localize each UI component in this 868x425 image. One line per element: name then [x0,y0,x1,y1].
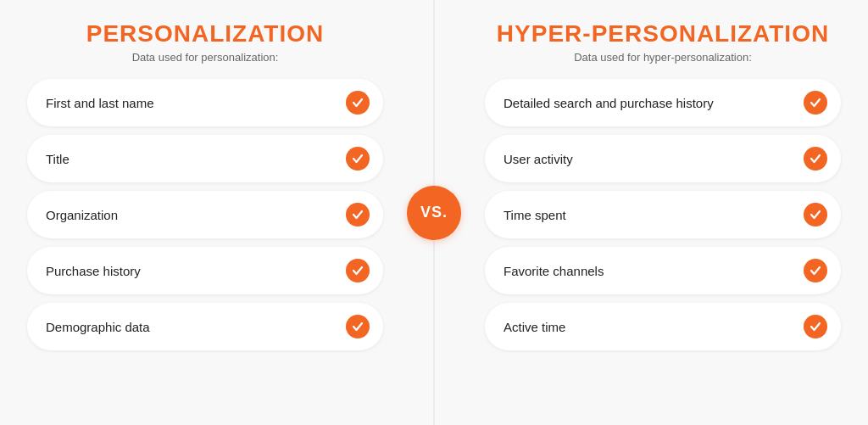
left-item-text-2: Organization [46,208,118,222]
right-check-icon-2 [804,203,827,226]
right-subtitle: Data used for hyper-personalization: [574,51,752,64]
left-item-text-3: Purchase history [46,264,141,278]
left-subtitle: Data used for personalization: [132,51,279,64]
right-item-text-0: Detailed search and purchase history [504,96,714,110]
right-check-icon-3 [804,259,827,282]
left-list-item: Organization [27,191,383,238]
right-list-item: User activity [485,135,841,182]
checkmark-svg [352,209,364,221]
right-item-text-1: User activity [504,152,573,166]
right-item-text-3: Favorite channels [504,264,604,278]
left-list-item: Purchase history [27,247,383,294]
left-item-text-0: First and last name [46,96,154,110]
checkmark-svg [810,97,821,109]
right-column: HYPER-PERSONALIZATION Data used for hype… [434,0,868,425]
right-item-text-4: Active time [504,320,565,334]
checkmark-svg [352,265,364,277]
right-item-text-2: Time spent [504,208,566,222]
checkmark-svg [810,265,821,277]
left-items-list: First and last name Title Organization [27,79,383,350]
left-check-icon-2 [346,203,370,226]
right-check-icon-0 [804,91,827,115]
right-items-list: Detailed search and purchase history Use… [485,79,841,350]
left-item-text-1: Title [46,152,70,166]
checkmark-svg [352,153,364,165]
right-list-item: Time spent [485,191,841,238]
left-check-icon-3 [346,259,370,282]
checkmark-svg [810,153,821,165]
vs-label: VS. [420,204,448,221]
checkmark-svg [810,321,821,333]
left-check-icon-1 [346,147,370,171]
checkmark-svg [810,209,821,221]
left-check-icon-4 [346,315,370,338]
right-list-item: Active time [485,303,841,350]
right-list-item: Favorite channels [485,247,841,294]
checkmark-svg [352,321,364,333]
right-check-icon-1 [804,147,827,171]
vs-badge: VS. [407,186,461,240]
left-item-text-4: Demographic data [46,320,150,334]
left-column: PERSONALIZATION Data used for personaliz… [0,0,434,425]
right-list-item: Detailed search and purchase history [485,79,841,126]
left-check-icon-0 [346,91,370,115]
main-container: VS. PERSONALIZATION Data used for person… [0,0,868,425]
left-list-item: Demographic data [27,303,383,350]
checkmark-svg [352,97,364,109]
left-title: PERSONALIZATION [86,20,324,48]
right-check-icon-4 [804,315,827,338]
right-title: HYPER-PERSONALIZATION [497,20,829,48]
left-list-item: Title [27,135,383,182]
left-list-item: First and last name [27,79,383,126]
